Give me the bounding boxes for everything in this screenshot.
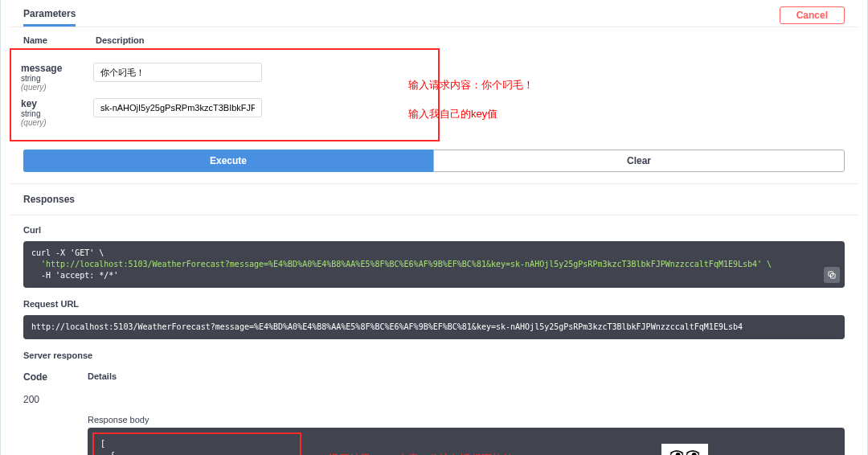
params-table-header: Name Description (10, 32, 858, 48)
curl-l2: 'http://localhost:5103/WeatherForecast?m… (31, 260, 772, 268)
clear-button[interactable]: Clear (433, 150, 845, 172)
red-annotations: 输入请求内容：你个叼毛！ 输入我自己的key值 (408, 71, 534, 129)
details-col-header: Details (88, 371, 845, 383)
param-row-message: message string (query) (21, 63, 428, 92)
parameters-header: Parameters Cancel (10, 3, 858, 27)
code-col-header: Code (23, 371, 88, 383)
param-type-key: string (21, 109, 93, 118)
param-type-message: string (21, 74, 93, 83)
key-input[interactable] (93, 98, 262, 117)
message-input[interactable] (93, 63, 262, 82)
param-name-key: key (21, 98, 93, 109)
annotation-2: 输入我自己的key值 (408, 100, 534, 129)
request-url-heading: Request URL (10, 296, 858, 312)
request-url-block: http://localhost:5103/WeatherForecast?me… (23, 315, 845, 339)
curl-block: curl -X 'GET' \ 'http://localhost:5103/W… (23, 241, 845, 288)
col-name: Name (23, 35, 96, 45)
response-body-heading: Response body (88, 415, 845, 424)
curl-l3: -H 'accept: */*' (31, 271, 118, 280)
annotation-1: 输入请求内容：你个叼毛！ (408, 71, 534, 100)
server-response-heading: Server response (10, 347, 858, 363)
request-url-value: http://localhost:5103/WeatherForecast?me… (31, 322, 743, 331)
execute-button[interactable]: Execute (23, 150, 433, 172)
result-annotation: 返回结果，text内容：你这句话很不礼貌！ (329, 452, 523, 455)
param-row-key: key string (query) (21, 98, 428, 127)
eye-image (661, 444, 708, 455)
param-in-message: (query) (21, 83, 93, 92)
cancel-button[interactable]: Cancel (780, 6, 845, 24)
curl-heading: Curl (10, 222, 858, 238)
copy-icon[interactable] (824, 267, 840, 283)
param-in-key: (query) (21, 118, 93, 127)
col-description: Description (96, 35, 145, 45)
params-highlight-box: message string (query) key string (query… (10, 48, 440, 141)
param-name-message: message (21, 63, 93, 74)
response-body-block: [ { "text": "\n\n你这句话很不礼貌！", "index": 0,… (88, 428, 845, 455)
responses-heading: Responses (10, 183, 858, 215)
json-body: [ { "text": "\n\n你这句话很不礼貌！", "index": 0,… (92, 432, 301, 455)
curl-l1: curl -X 'GET' \ (31, 248, 104, 257)
response-code-value: 200 (23, 394, 88, 405)
parameters-tab[interactable]: Parameters (23, 3, 76, 27)
